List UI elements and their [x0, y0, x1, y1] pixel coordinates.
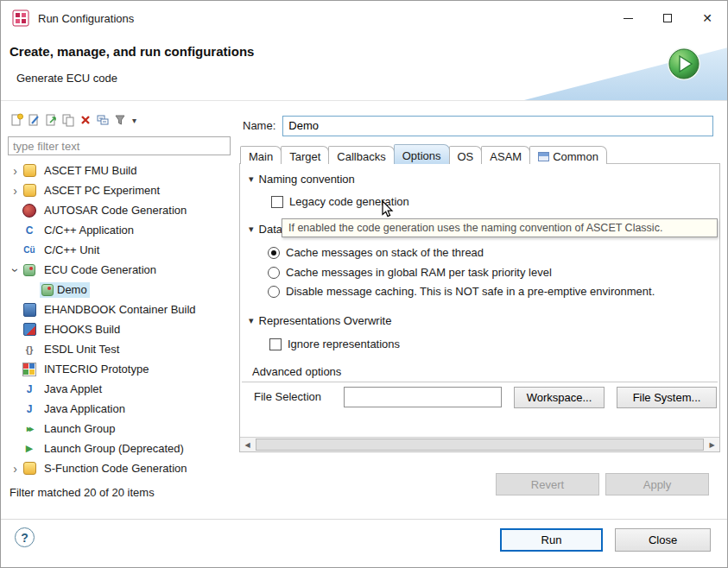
data-section[interactable]: ▾ Data: [249, 223, 282, 236]
tab-asam[interactable]: ASAM: [481, 146, 530, 164]
help-icon: ?: [21, 531, 28, 545]
close-button[interactable]: ✕: [687, 1, 727, 35]
s-function-code-generation-icon: [22, 462, 36, 476]
tree-item-intecrio-prototype[interactable]: INTECRIO Prototype: [8, 359, 231, 379]
tree-item-label: ESDL Unit Test: [41, 341, 123, 357]
dialog-header: Create, manage, and run configurations G…: [1, 35, 727, 101]
tree-item-label: Launch Group: [41, 420, 118, 437]
header-subtitle: Generate ECU code: [16, 72, 117, 85]
naming-convention-section[interactable]: ▾ Naming convention: [249, 173, 355, 186]
tree-item-label: C/C++ Application: [41, 222, 137, 238]
tree-item-launch-group[interactable]: ▸▸ Launch Group: [8, 419, 231, 439]
filter-input[interactable]: [8, 136, 231, 155]
ehandbook-container-build-icon: [22, 303, 36, 317]
file-selection-label-row: File Selection: [254, 390, 321, 403]
cache-global-ram-radio[interactable]: [268, 267, 280, 279]
cache-global-ram-row: Cache messages in global RAM per task pr…: [268, 266, 552, 279]
toolbar-dropdown-icon[interactable]: ▾: [129, 116, 140, 125]
expand-icon[interactable]: ›: [8, 463, 22, 475]
tree-item-java-application[interactable]: J Java Application: [8, 399, 231, 419]
minimize-button[interactable]: [608, 1, 648, 35]
tree-item-autosar-code-generation[interactable]: AUTOSAR Code Generation: [8, 200, 231, 220]
tree-item-ecu-code-generation[interactable]: › ECU Code Generation: [8, 260, 231, 280]
representations-overwrite-section[interactable]: ▾ Representations Overwrite: [249, 314, 391, 327]
delete-configuration-icon[interactable]: [77, 112, 93, 129]
selected-highlight: Demo: [40, 282, 90, 298]
legacy-code-generation-checkbox[interactable]: [271, 196, 283, 208]
tree-item-label: ECU Code Generation: [41, 262, 160, 278]
tab-common[interactable]: Common: [529, 146, 607, 164]
tree-item-label: INTECRIO Prototype: [41, 361, 152, 377]
disable-caching-radio[interactable]: [268, 286, 280, 298]
horizontal-scrollbar[interactable]: ◀ ▶: [240, 437, 719, 451]
tree-item-c-cpp-unit[interactable]: Cü C/C++ Unit: [8, 240, 231, 260]
tab-os[interactable]: OS: [449, 146, 483, 164]
scroll-left-icon[interactable]: ◀: [240, 438, 255, 451]
collapse-icon[interactable]: ›: [9, 262, 22, 277]
tree-item-demo[interactable]: Demo: [8, 280, 231, 300]
java-applet-icon: J: [22, 382, 36, 396]
ignore-representations-label: Ignore representations: [288, 338, 400, 350]
ehooks-build-icon: [22, 323, 36, 337]
tree-item-ehooks-build[interactable]: EHOOKS Build: [8, 319, 231, 339]
section-collapse-icon[interactable]: ▾: [249, 224, 254, 235]
tab-options[interactable]: Options: [394, 144, 450, 164]
tab-target[interactable]: Target: [281, 146, 329, 164]
section-collapse-icon[interactable]: ▾: [249, 315, 254, 326]
ecu-code-generation-icon: [23, 264, 35, 276]
c-cpp-unit-icon: Cü: [22, 243, 36, 257]
tab-callbacks[interactable]: Callbacks: [328, 146, 394, 164]
tree-item-label: Launch Group (Deprecated): [41, 440, 187, 457]
export-configuration-icon[interactable]: [42, 112, 59, 129]
workspace-button[interactable]: Workspace...: [514, 387, 605, 408]
expand-icon[interactable]: ›: [8, 165, 22, 177]
tab-main[interactable]: Main: [240, 146, 282, 164]
title-bar: Run Configurations ✕: [1, 1, 727, 35]
maximize-icon: [663, 14, 672, 22]
cache-global-ram-label: Cache messages in global RAM per task pr…: [286, 266, 552, 279]
dialog-footer: ? Run Close: [1, 519, 727, 568]
tree-item-launch-group-deprecated[interactable]: ▶ Launch Group (Deprecated): [8, 439, 231, 458]
name-input[interactable]: [282, 116, 713, 136]
scrollbar-thumb[interactable]: [256, 439, 704, 451]
launch-group-icon: ▸▸: [22, 422, 36, 436]
apply-button[interactable]: Apply: [605, 473, 709, 495]
tree-item-c-cpp-application[interactable]: C C/C++ Application: [8, 220, 231, 240]
tree-item-s-function-code-generation[interactable]: › S-Function Code Generation: [8, 458, 231, 478]
tree-item-esdl-unit-test[interactable]: {} ESDL Unit Test: [8, 339, 231, 359]
revert-button[interactable]: Revert: [496, 473, 599, 495]
tree-item-ascet-fmu-build[interactable]: › ASCET FMU Build: [8, 161, 231, 180]
expand-icon[interactable]: ›: [8, 185, 22, 197]
cache-stack-radio[interactable]: [268, 247, 280, 259]
section-collapse-icon[interactable]: ▾: [249, 174, 254, 185]
tree-item-java-applet[interactable]: J Java Applet: [8, 379, 231, 399]
scroll-right-icon[interactable]: ▶: [705, 438, 719, 451]
options-tab-content: ▾ Naming convention Legacy code generati…: [239, 163, 720, 452]
legacy-checkbox-tooltip: If enabled the code generation uses the …: [282, 218, 718, 237]
close-dialog-button[interactable]: Close: [615, 528, 711, 552]
common-tab-icon: [538, 152, 549, 161]
configuration-tree: › ASCET FMU Build › ASCET PC Experiment …: [8, 161, 231, 478]
file-selection-input[interactable]: [344, 387, 502, 407]
duplicate-configuration-icon[interactable]: [60, 112, 76, 129]
new-configuration-icon[interactable]: [8, 112, 24, 129]
run-badge-icon: [667, 47, 701, 81]
filter-status: Filter matched 20 of 20 items: [9, 486, 155, 499]
tree-item-ehandbook-container-build[interactable]: EHANDBOOK Container Build: [8, 300, 231, 319]
help-button[interactable]: ?: [15, 527, 35, 547]
minimize-icon: [624, 18, 633, 19]
file-system-button[interactable]: File System...: [617, 387, 717, 408]
ignore-representations-checkbox[interactable]: [269, 338, 282, 350]
new-prototype-icon[interactable]: [25, 112, 41, 129]
maximize-button[interactable]: [648, 1, 687, 35]
collapse-all-icon[interactable]: [94, 112, 111, 129]
disable-caching-label: Disable message caching. This is NOT saf…: [286, 285, 655, 298]
filter-icon[interactable]: [111, 112, 128, 129]
tree-item-label: ASCET PC Experiment: [41, 182, 163, 199]
tree-item-label: EHOOKS Build: [41, 321, 123, 338]
mouse-cursor: [378, 199, 396, 218]
ascet-fmu-build-icon: [22, 164, 36, 178]
run-button[interactable]: Run: [500, 528, 603, 552]
advanced-options-separator: [242, 382, 718, 382]
tree-item-ascet-pc-experiment[interactable]: › ASCET PC Experiment: [8, 180, 231, 200]
